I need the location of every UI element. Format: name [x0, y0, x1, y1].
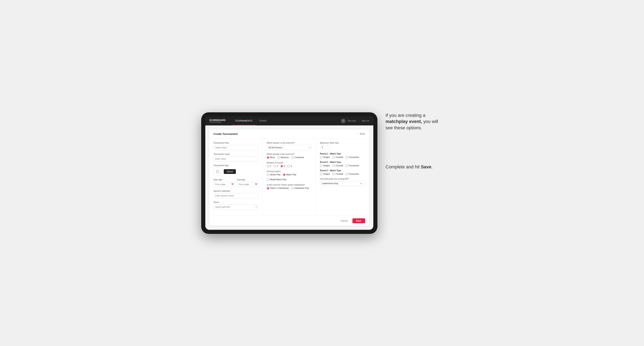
start-date-input[interactable]: [214, 182, 235, 187]
scoring-medal[interactable]: Medal Match Play: [267, 178, 286, 181]
round3-title: Round 3 - Match Type: [320, 170, 365, 172]
individuals-only[interactable]: Individuals Only: [291, 187, 309, 189]
start-date-wrapper: [214, 182, 235, 187]
division-select[interactable]: NCAA Division I: [267, 145, 312, 150]
round2-singles-radio[interactable]: [320, 165, 322, 167]
max-team-size-group: Maximum Team Size: [320, 142, 365, 150]
gender-combined[interactable]: Combined: [291, 156, 304, 159]
gender-mens[interactable]: Mens: [267, 156, 275, 159]
col-left: Tournament Host Tournament name Tourname…: [210, 139, 263, 216]
nav-tab-teams[interactable]: TEAMS: [256, 116, 270, 125]
round1-foursomes[interactable]: Foursomes: [346, 156, 359, 159]
round3-singles[interactable]: Singles: [320, 173, 330, 175]
gender-combined-radio[interactable]: [291, 156, 294, 159]
tournament-logo-group: Tournament logo Upload: [214, 164, 258, 176]
round1-fourball-radio[interactable]: [332, 156, 335, 159]
venue-input[interactable]: [214, 204, 258, 209]
round1-singles-radio[interactable]: [320, 156, 322, 159]
upload-button[interactable]: Upload: [224, 169, 236, 174]
rounds-1[interactable]: 1: [267, 165, 271, 167]
round2-foursomes-radio[interactable]: [346, 165, 348, 167]
tournament-host-label: Tournament Host: [214, 142, 258, 144]
annotation-bottom-suffix: .: [431, 164, 432, 170]
venue-label: Venue: [214, 201, 258, 203]
gender-mens-label: Mens: [270, 156, 275, 159]
teams-with-individuals[interactable]: Teams (+Individuals): [267, 187, 289, 189]
gender-radio-group: Mens Womens Combined: [267, 156, 312, 159]
round3-singles-radio[interactable]: [320, 173, 322, 175]
rounds-2-radio[interactable]: [274, 165, 276, 167]
rounds-2[interactable]: 2: [274, 165, 278, 167]
nav-logo: SCOREBOARD Powered by clippit: [210, 119, 226, 123]
rounds-4[interactable]: 4: [287, 165, 292, 167]
round3-foursomes-radio[interactable]: [346, 173, 348, 175]
tournament-name-input[interactable]: [214, 156, 258, 162]
round2-foursomes-label: Foursomes: [349, 165, 359, 167]
scoring-stroke-radio[interactable]: [267, 173, 269, 176]
signout-link[interactable]: Sign out: [362, 120, 369, 122]
back-link[interactable]: ← Back: [357, 133, 365, 135]
svg-point-1: [217, 171, 217, 171]
end-date-wrapper: [237, 182, 258, 187]
gender-womens[interactable]: Womens: [278, 156, 289, 159]
round1-singles[interactable]: Singles: [320, 156, 330, 159]
round3-fourball[interactable]: Fourball: [332, 173, 343, 175]
rounds-radio-group: 1 2 3: [267, 165, 312, 167]
sponsor-input[interactable]: [214, 193, 258, 198]
gender-label: Which gender is the event for?: [267, 153, 312, 155]
division-group: Which division is the event for? NCAA Di…: [267, 142, 312, 150]
api-remove-button[interactable]: ✕ ›: [360, 182, 363, 185]
cancel-button[interactable]: Cancel: [338, 218, 350, 223]
rounds-4-label: 4: [290, 165, 292, 167]
col-middle: Which division is the event for? NCAA Di…: [263, 139, 316, 216]
tournament-host-group: Tournament Host: [214, 142, 258, 150]
teams-group: Is this event for Teams and/or Individua…: [267, 184, 312, 189]
tournament-logo-label: Tournament logo: [214, 164, 258, 167]
round2-fourball-radio[interactable]: [332, 165, 335, 167]
round1-singles-label: Singles: [323, 156, 330, 158]
rounds-3[interactable]: 3: [280, 165, 285, 167]
gender-womens-radio[interactable]: [278, 156, 280, 159]
scoring-match-label: Match Play: [286, 173, 296, 176]
teams-radio-group: Teams (+Individuals) Individuals Only: [267, 187, 312, 189]
round2-singles[interactable]: Singles: [320, 165, 330, 167]
tablet-frame: SCOREBOARD Powered by clippit TOURNAMENT…: [201, 112, 378, 234]
individuals-only-radio[interactable]: [291, 187, 294, 189]
gender-group: Which gender is the event for? Mens Wome…: [267, 153, 312, 159]
round1-foursomes-radio[interactable]: [346, 156, 348, 159]
round1-radio-group: Singles Fourball Foursomes: [320, 156, 365, 159]
venue-group: Venue: [214, 201, 258, 209]
rounds-1-radio[interactable]: [267, 165, 269, 167]
round1-fourball[interactable]: Fourball: [332, 156, 343, 159]
end-date-input[interactable]: [237, 182, 258, 187]
annotation-bottom-prefix: Complete and hit: [386, 164, 421, 170]
rounds-3-radio[interactable]: [280, 165, 283, 167]
annotations: If you are creating a matchplay event, y…: [386, 112, 443, 170]
nav-tab-tournaments[interactable]: TOURNAMENTS: [232, 116, 256, 125]
round3-fourball-radio[interactable]: [332, 173, 335, 175]
nav-pipe: |: [358, 120, 359, 122]
nav-logo-powered: Powered by clippit: [210, 121, 226, 123]
gender-combined-label: Combined: [294, 156, 304, 159]
api-select-wrapper[interactable]: Leaderboard King ✕ ›: [320, 181, 365, 186]
teams-with-individuals-radio[interactable]: [267, 187, 269, 189]
round3-foursomes[interactable]: Foursomes: [346, 173, 359, 175]
annotation-bottom: Complete and hit Save.: [386, 164, 443, 170]
scoring-medal-radio[interactable]: [267, 178, 269, 181]
round2-fourball[interactable]: Fourball: [332, 165, 343, 167]
api-label: Use third-party live scoring API?: [320, 178, 365, 180]
tournament-host-input[interactable]: [214, 145, 258, 150]
round2-foursomes[interactable]: Foursomes: [346, 165, 359, 167]
sponsor-group: Sponsor (optional): [214, 190, 258, 198]
scoring-stroke[interactable]: Stroke Play: [267, 173, 280, 176]
scoring-match[interactable]: Match Play: [283, 173, 296, 176]
save-button[interactable]: Save: [352, 218, 365, 223]
gender-mens-radio[interactable]: [267, 156, 269, 159]
sponsor-label: Sponsor (optional): [214, 190, 258, 192]
max-team-size-input[interactable]: [320, 145, 330, 150]
scoring-match-radio[interactable]: [283, 173, 286, 176]
individuals-only-label: Individuals Only: [294, 187, 309, 189]
logo-area: Upload: [214, 168, 258, 176]
rounds-4-radio[interactable]: [287, 165, 290, 167]
logo-placeholder: [214, 168, 222, 176]
